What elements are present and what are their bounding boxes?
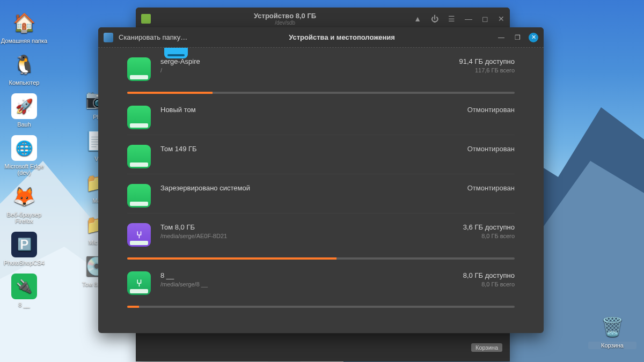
device-row[interactable]: serge-Aspire/91,4 ГБ доступно117,6 ГБ вс… <box>127 48 515 86</box>
usb-drive-icon: 🔌 <box>11 274 37 299</box>
minimize-button[interactable]: — <box>496 33 506 42</box>
device-total: 117,6 ГБ всего <box>459 67 515 73</box>
device-path: /media/serge/AE0F-8D21 <box>160 233 453 239</box>
bottom-panel-tag[interactable]: Корзина <box>471 343 502 352</box>
window-header[interactable]: Устройство 8,0 ГБ /dev/sdb ▲ ⏻ ☰ — ◻ ✕ <box>136 8 510 30</box>
maximize-button[interactable]: ❐ <box>513 33 522 42</box>
eject-button[interactable]: ▲ <box>414 14 421 23</box>
hard-drive-icon <box>127 145 151 168</box>
usage-bar-fill <box>127 257 336 260</box>
device-state: Отмонтирован <box>467 145 515 153</box>
usage-bar-fill <box>127 92 213 94</box>
edge-icon: 🌐 <box>11 135 37 161</box>
rocket-icon: 🚀 <box>11 93 37 119</box>
desktop-icon-firefox[interactable]: 🦊Веб-браузер Firefox <box>0 183 48 224</box>
usage-bar <box>127 257 515 260</box>
device-available: 8,0 ГБ доступно <box>463 271 515 279</box>
desktop-icon-label: Компьютер <box>0 79 48 86</box>
menu-button[interactable]: ☰ <box>448 14 455 23</box>
device-name: serge-Aspire <box>160 57 450 65</box>
device-row[interactable]: Том 149 ГБОтмонтирован <box>127 135 515 174</box>
close-button[interactable]: ✕ <box>529 33 538 42</box>
device-name: Том 8,0 ГБ <box>160 223 453 231</box>
device-row[interactable]: ⑂8 __/media/serge/8 __8,0 ГБ доступно8,0… <box>127 262 515 300</box>
device-name: 8 __ <box>160 271 453 279</box>
device-row[interactable]: ⑂Том 8,0 ГБ/media/serge/AE0F-8D213,6 ГБ … <box>127 213 515 252</box>
device-status: 3,6 ГБ доступно8,0 ГБ всего <box>463 223 515 239</box>
device-path: /media/serge/8 __ <box>160 281 453 287</box>
desktop-icon-trash[interactable]: 🗑️ Корзина <box>588 314 636 349</box>
desktop-icon-home[interactable]: 🏠Домашняя папка <box>0 10 48 44</box>
device-row[interactable]: Зарезервировано системойОтмонтирован <box>127 174 515 213</box>
disk-analyzer-window[interactable]: Сканировать папку… Устройства и местопол… <box>98 27 544 333</box>
bottom-panel: Корзина <box>136 334 510 361</box>
desktop-icon-label: PhotoShopCS4 <box>0 260 48 266</box>
desktop-icon-bauh[interactable]: 🚀Bauh <box>0 93 48 128</box>
desktop-icon-edge[interactable]: 🌐Microsoft Edge (dev) <box>0 135 48 176</box>
desktop-icon-photoshop[interactable]: 🅿️PhotoShopCS4 <box>0 232 48 266</box>
device-state: Отмонтирован <box>467 184 515 192</box>
device-info: Том 8,0 ГБ/media/serge/AE0F-8D21 <box>160 223 453 239</box>
usb-glyph-icon: ⑂ <box>127 271 151 295</box>
device-status: Отмонтирован <box>467 106 515 114</box>
device-total: 8,0 ГБ всего <box>463 281 515 287</box>
home-icon: 🏠 <box>11 10 37 35</box>
power-button[interactable]: ⏻ <box>431 14 438 23</box>
usb-drive-icon: ⑂ <box>127 271 151 295</box>
usb-drive-icon: ⑂ <box>127 223 151 247</box>
disk-analyzer-icon <box>104 33 113 42</box>
device-list[interactable]: serge-Aspire/91,4 ГБ доступно117,6 ГБ вс… <box>98 48 544 333</box>
device-available: 3,6 ГБ доступно <box>463 223 515 231</box>
desktop-icon-usb8[interactable]: 🔌8 __ <box>0 274 48 308</box>
hard-drive-icon <box>127 184 151 208</box>
window-title: Устройства и местоположения <box>187 33 496 41</box>
usage-bar-fill <box>127 306 139 308</box>
device-name: Новый том <box>160 106 458 114</box>
desktop-icon-label: Microsoft Edge (dev) <box>0 163 48 176</box>
device-status: Отмонтирован <box>467 184 515 192</box>
desktop-icon-computer[interactable]: 🐧Компьютер <box>0 51 48 86</box>
window-header[interactable]: Сканировать папку… Устройства и местопол… <box>98 27 544 48</box>
window-title-block: Устройство 8,0 ГБ /dev/sdb <box>156 12 414 26</box>
usb-glyph-icon: ⑂ <box>127 223 151 247</box>
device-status: 8,0 ГБ доступно8,0 ГБ всего <box>463 271 515 287</box>
device-state: Отмонтирован <box>467 106 515 114</box>
device-info: Зарезервировано системой <box>160 184 458 192</box>
hard-drive-icon <box>127 57 151 81</box>
disks-app-icon <box>141 14 151 24</box>
desktop-icon-label: Веб-браузер Firefox <box>0 211 48 224</box>
device-total: 8,0 ГБ всего <box>463 233 515 239</box>
minimize-button[interactable]: — <box>465 14 472 23</box>
desktop-icon-label: Домашняя папка <box>0 38 48 44</box>
window-title: Устройство 8,0 ГБ <box>156 12 414 20</box>
hard-drive-icon <box>127 106 151 129</box>
device-info: serge-Aspire/ <box>160 57 450 73</box>
device-name: Зарезервировано системой <box>160 184 458 192</box>
device-status: Отмонтирован <box>467 145 515 153</box>
usage-bar <box>127 92 515 94</box>
scan-folder-button[interactable]: Сканировать папку… <box>119 33 187 41</box>
penguin-icon: 🐧 <box>11 51 37 77</box>
device-status: 91,4 ГБ доступно117,6 ГБ всего <box>459 57 515 73</box>
device-available: 91,4 ГБ доступно <box>459 57 515 65</box>
close-button[interactable]: ✕ <box>498 14 504 23</box>
device-info: Новый том <box>160 106 458 114</box>
device-row[interactable]: Новый томОтмонтирован <box>127 96 515 135</box>
maximize-button[interactable]: ◻ <box>482 14 488 23</box>
trash-icon: 🗑️ <box>599 314 625 339</box>
device-path: / <box>160 67 450 73</box>
device-info: 8 __/media/serge/8 __ <box>160 271 453 287</box>
device-name: Том 149 ГБ <box>160 145 458 153</box>
firefox-icon: 🦊 <box>11 183 37 209</box>
device-info: Том 149 ГБ <box>160 145 458 153</box>
window-subtitle: /dev/sdb <box>156 20 414 26</box>
desktop-icon-label: Bauh <box>0 121 48 128</box>
desktop-icon-label: Корзина <box>588 342 636 349</box>
desktop-icon-label: 8 __ <box>0 301 48 308</box>
photoshop-icon: 🅿️ <box>11 232 37 257</box>
usage-bar <box>127 306 515 308</box>
